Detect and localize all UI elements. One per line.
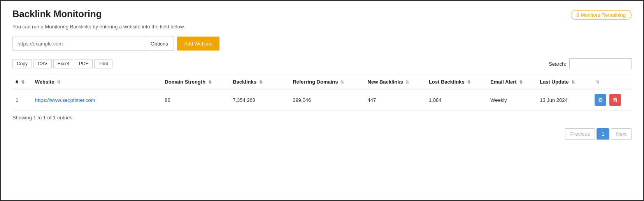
cell-index: 1 <box>12 89 32 111</box>
previous-button[interactable]: Previous <box>565 128 595 140</box>
csv-button[interactable]: CSV <box>33 59 52 68</box>
website-link[interactable]: https://www.seoptimer.com <box>35 97 95 103</box>
input-row: Options Add Website <box>12 37 632 51</box>
col-domain-strength[interactable]: Domain Strength ⇅ <box>161 75 230 89</box>
cell-backlinks: 7,354,268 <box>230 89 290 111</box>
sort-icon-lost: ⇅ <box>467 80 470 85</box>
cell-referring-domains: 299,046 <box>290 89 364 111</box>
sort-icon-backlinks: ⇅ <box>259 80 263 85</box>
col-actions: ⇅ <box>591 75 632 89</box>
search-label: Search: <box>549 61 566 67</box>
sort-icon-hash: ⇅ <box>21 80 25 85</box>
export-buttons: Copy CSV Excel PDF Print <box>12 59 112 68</box>
toolbar-row: Copy CSV Excel PDF Print Search: <box>12 58 632 69</box>
excel-button[interactable]: Excel <box>53 59 73 68</box>
table-row: 1 https://www.seoptimer.com 86 7,354,268… <box>12 89 632 111</box>
col-email-alert[interactable]: Email Alert ⇅ <box>487 75 537 89</box>
cell-lost-backlinks: 1,084 <box>426 89 487 111</box>
add-website-button[interactable]: Add Website <box>177 37 219 51</box>
col-hash: # ⇅ <box>12 75 32 89</box>
pdf-button[interactable]: PDF <box>75 59 93 68</box>
table-header-row: # ⇅ Website ⇅ Domain Strength ⇅ Backlink… <box>12 75 632 89</box>
page-wrapper: Backlink Monitoring 9 Monitors Remaining… <box>0 0 644 201</box>
trash-icon: 🗑 <box>612 97 618 103</box>
col-last-update[interactable]: Last Update ⇅ <box>537 75 591 89</box>
col-lost-backlinks[interactable]: Lost Backlinks ⇅ <box>426 75 487 89</box>
col-referring-domains[interactable]: Referring Domains ⇅ <box>290 75 364 89</box>
cell-new-backlinks: 447 <box>365 89 426 111</box>
cell-actions: ⚙ 🗑 <box>591 89 632 111</box>
monitors-badge: 9 Monitors Remaining <box>571 10 632 20</box>
cell-website: https://www.seoptimer.com <box>32 89 162 111</box>
print-button[interactable]: Print <box>94 59 112 68</box>
search-input[interactable] <box>569 58 632 69</box>
col-new-backlinks[interactable]: New Backlinks ⇅ <box>365 75 426 89</box>
sort-icon-website: ⇅ <box>57 80 60 85</box>
data-table: # ⇅ Website ⇅ Domain Strength ⇅ Backlink… <box>12 75 632 111</box>
sort-icon-actions: ⇅ <box>596 80 599 85</box>
pagination-row: Previous 1 Next <box>12 128 632 140</box>
sort-icon-email: ⇅ <box>519 80 523 85</box>
delete-button[interactable]: 🗑 <box>609 94 621 106</box>
gear-icon: ⚙ <box>598 97 603 103</box>
url-input[interactable] <box>12 37 145 51</box>
cell-last-update: 13 Jun 2024 <box>537 89 591 111</box>
cell-domain-strength: 86 <box>161 89 230 111</box>
page-title: Backlink Monitoring <box>12 9 102 19</box>
options-button[interactable]: Options <box>145 37 174 51</box>
header-row: Backlink Monitoring 9 Monitors Remaining <box>12 9 632 20</box>
search-row: Search: <box>549 58 632 69</box>
page-1-button[interactable]: 1 <box>597 128 609 140</box>
cell-email-alert: Weekly <box>487 89 537 111</box>
copy-button[interactable]: Copy <box>12 59 32 68</box>
next-button[interactable]: Next <box>611 128 632 140</box>
col-website[interactable]: Website ⇅ <box>32 75 162 89</box>
col-backlinks[interactable]: Backlinks ⇅ <box>230 75 290 89</box>
sort-icon-domain: ⇅ <box>208 80 212 85</box>
sort-icon-referring: ⇅ <box>340 80 344 85</box>
settings-button[interactable]: ⚙ <box>595 94 606 106</box>
showing-text: Showing 1 to 1 of 1 entries <box>12 115 632 121</box>
sort-icon-new: ⇅ <box>405 80 409 85</box>
subtitle: You can run a Monitoring Backlinks by en… <box>12 24 632 30</box>
sort-icon-lastupdate: ⇅ <box>571 80 575 85</box>
